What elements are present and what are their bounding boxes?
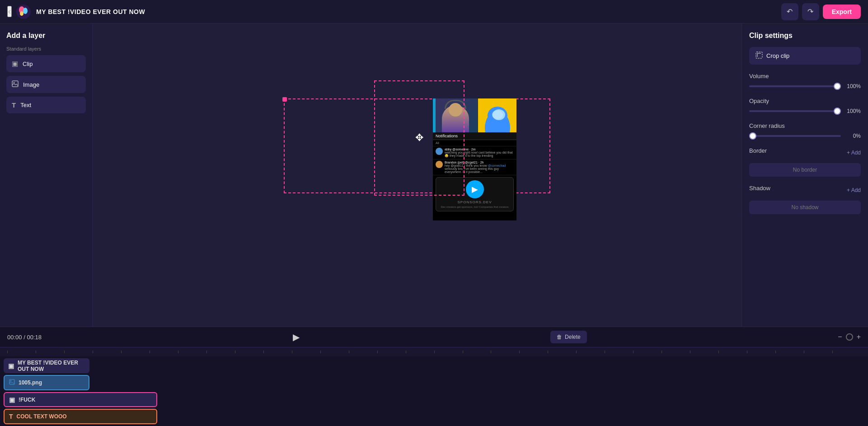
time-current: 00:00 <box>7 334 22 341</box>
webcam-area <box>433 98 478 132</box>
track-main-icon: ▣ <box>8 362 14 370</box>
zoom-indicator <box>846 333 853 341</box>
canvas-inner: COOL TEXT Notifications All abby @someon… <box>284 71 550 279</box>
track-video-ifuck[interactable]: ▣ !FUCK <box>4 392 157 407</box>
corner-radius-slider-row: 0% <box>749 133 861 139</box>
svg-point-12 <box>492 110 503 119</box>
crop-icon <box>755 51 763 60</box>
text-label: Text <box>20 102 31 108</box>
sponsor-desc: Dev creators get sponsors, too! Companie… <box>439 206 511 208</box>
svg-rect-4 <box>12 81 18 87</box>
timeline-ruler <box>0 347 868 356</box>
track-main-label: MY BEST !VIDEO EVER OUT NOW <box>18 360 85 372</box>
shadow-label: Shadow <box>749 185 770 192</box>
svg-point-2 <box>23 8 28 14</box>
border-header: Border + Add <box>749 147 861 158</box>
svg-point-5 <box>14 82 15 84</box>
time-display: 00:00 / 00:18 <box>7 334 42 341</box>
undo-button[interactable]: ↶ <box>781 3 798 20</box>
volume-slider-row: 100% <box>749 83 861 89</box>
svg-rect-13 <box>756 52 762 58</box>
zoom-controls: − + <box>838 333 861 341</box>
bottom-area: 00:00 / 00:18 ▶ 🗑 Delete − + <box>0 327 868 426</box>
twitter-feed: Notifications All abby @someone · 2m wat… <box>433 132 516 220</box>
opacity-label: Opacity <box>749 98 861 104</box>
add-clip-button[interactable]: ▣ Clip <box>6 55 86 72</box>
add-image-button[interactable]: Image <box>6 76 86 93</box>
topbar-actions: ↶ ↷ Export <box>781 3 861 20</box>
add-text-button[interactable]: T Text <box>6 97 86 113</box>
project-title: MY BEST !VIDEO EVER OUT NOW <box>36 8 781 15</box>
zoom-out-button[interactable]: − <box>838 333 842 341</box>
volume-value: 100% <box>845 83 861 89</box>
track-text-cool[interactable]: T COOL TEXT WOOO <box>4 409 157 424</box>
svg-point-3 <box>20 11 23 16</box>
track-text-icon: T <box>9 413 13 420</box>
sponsor-text: SPONSORS.DEV <box>439 200 511 204</box>
crop-clip-label: Crop clip <box>766 52 789 59</box>
zoom-in-button[interactable]: + <box>857 333 861 341</box>
track-video-label: !FUCK <box>19 397 35 403</box>
export-button[interactable]: Export <box>823 5 861 19</box>
shadow-setting: Shadow + Add No shadow <box>749 185 861 214</box>
track-image-label: 1005.png <box>19 379 42 386</box>
left-panel: Add a layer Standard layers ▣ Clip Image… <box>0 23 93 327</box>
timeline-controls: 00:00 / 00:18 ▶ 🗑 Delete − + <box>0 327 868 347</box>
clip-settings-title: Clip settings <box>749 32 861 40</box>
redo-button[interactable]: ↷ <box>802 3 819 20</box>
tracks-area: ▣ MY BEST !VIDEO EVER OUT NOW 1005.png ▣… <box>0 356 868 426</box>
corner-radius-label: Corner radius <box>749 122 861 129</box>
shadow-add-button[interactable]: + Add <box>847 187 861 193</box>
track-video-icon: ▣ <box>9 396 15 403</box>
track-main-video[interactable]: ▣ MY BEST !VIDEO EVER OUT NOW <box>4 358 89 373</box>
opacity-setting: Opacity 100% <box>749 98 861 114</box>
image-label: Image <box>23 81 39 88</box>
corner-radius-value: 0% <box>845 133 861 139</box>
opacity-slider[interactable] <box>749 110 841 112</box>
topbar: ‹ MY BEST !VIDEO EVER OUT NOW ↶ ↷ Export <box>0 0 868 23</box>
shadow-header: Shadow + Add <box>749 185 861 195</box>
track-text-label: COOL TEXT WOOO <box>17 413 67 420</box>
time-total: 00:18 <box>27 334 42 341</box>
opacity-value: 100% <box>845 108 861 114</box>
border-add-button[interactable]: + Add <box>847 150 861 156</box>
notif-header: Notifications <box>433 132 516 140</box>
no-shadow-button[interactable]: No shadow <box>749 201 861 214</box>
main-area: Add a layer Standard layers ▣ Clip Image… <box>0 23 868 327</box>
volume-slider[interactable] <box>749 85 841 87</box>
volume-setting: Volume 100% <box>749 73 861 89</box>
clip-icon: ▣ <box>12 60 18 68</box>
back-button[interactable]: ‹ <box>7 6 12 17</box>
app-logo <box>15 4 32 20</box>
notif-item-2: Brandon (pet) @cget21 · 2h hey @goat11 I… <box>433 159 516 175</box>
trash-icon: 🗑 <box>557 334 562 340</box>
border-setting: Border + Add No border <box>749 147 861 177</box>
track-image-icon <box>9 379 15 386</box>
track-image[interactable]: 1005.png <box>4 375 89 390</box>
image-icon <box>12 80 19 89</box>
svg-point-15 <box>10 380 11 381</box>
sponsor-icon: ▶ <box>466 180 484 198</box>
move-cursor-icon: ✥ <box>415 132 423 144</box>
sponsor-card: ▶ SPONSORS.DEV Dev creators get sponsors… <box>436 177 514 211</box>
text-icon: T <box>12 101 16 109</box>
corner-radius-setting: Corner radius 0% <box>749 122 861 139</box>
corner-radius-slider[interactable] <box>749 135 841 137</box>
crop-clip-button[interactable]: Crop clip <box>749 47 861 65</box>
delete-label: Delete <box>565 334 581 340</box>
notif-tab-all: All <box>433 140 516 146</box>
no-border-button[interactable]: No border <box>749 163 861 177</box>
panel-title: Add a layer <box>6 32 86 40</box>
ruler-ticks <box>7 351 861 353</box>
selection-handle-tl[interactable] <box>282 97 287 102</box>
border-label: Border <box>749 147 767 154</box>
notif-item-1: abby @someone · 2m watching you right no… <box>433 146 516 159</box>
delete-button[interactable]: 🗑 Delete <box>550 331 587 343</box>
clip-label: Clip <box>23 61 33 67</box>
opacity-slider-row: 100% <box>749 108 861 114</box>
standard-layers-label: Standard layers <box>6 46 86 51</box>
volume-label: Volume <box>749 73 861 80</box>
right-panel: Clip settings Crop clip Volume 100% Opac… <box>741 23 868 327</box>
canvas-area[interactable]: COOL TEXT Notifications All abby @someon… <box>93 23 741 327</box>
play-button[interactable]: ▶ <box>293 332 300 342</box>
